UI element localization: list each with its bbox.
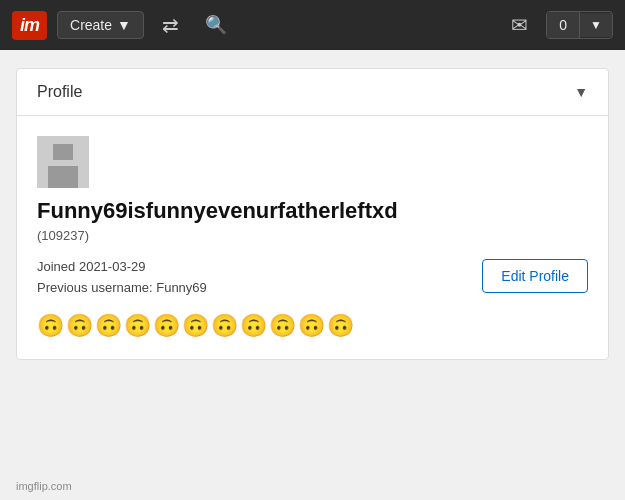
mail-icon: ✉ (511, 14, 528, 36)
username: Funny69isfunnyevenurfatherleftxd (37, 198, 588, 224)
footer: imgflip.com (16, 480, 72, 492)
shuffle-button[interactable]: ⇄ (154, 9, 187, 41)
profile-info-left: Joined 2021-03-29 Previous username: Fun… (37, 259, 207, 295)
avatar-head (53, 144, 73, 160)
logo: im (12, 11, 47, 40)
profile-card-header: Profile ▼ (17, 69, 608, 116)
navbar: im Create ▼ ⇄ 🔍 ✉ 0 ▼ (0, 0, 625, 50)
create-arrow-icon: ▼ (117, 17, 131, 33)
notification-group: 0 ▼ (546, 11, 613, 39)
user-id: (109237) (37, 228, 588, 243)
mail-button[interactable]: ✉ (503, 9, 536, 41)
search-button[interactable]: 🔍 (197, 10, 235, 40)
profile-card-chevron-icon[interactable]: ▼ (574, 84, 588, 100)
profile-info-row: Joined 2021-03-29 Previous username: Fun… (37, 259, 588, 295)
emojis-row: 🙃🙃🙃🙃🙃🙃🙃🙃🙃🙃🙃 (37, 313, 588, 339)
search-icon: 🔍 (205, 15, 227, 35)
joined-date: Joined 2021-03-29 (37, 259, 207, 274)
profile-card: Profile ▼ Funny69isfunnyevenurfatherleft… (16, 68, 609, 360)
create-button[interactable]: Create ▼ (57, 11, 144, 39)
profile-content: Funny69isfunnyevenurfatherleftxd (109237… (17, 116, 608, 359)
create-label: Create (70, 17, 112, 33)
notification-count: 0 (547, 12, 580, 38)
avatar (37, 136, 89, 188)
profile-card-title: Profile (37, 83, 82, 101)
avatar-body (48, 166, 78, 188)
edit-profile-button[interactable]: Edit Profile (482, 259, 588, 293)
shuffle-icon: ⇄ (162, 14, 179, 36)
previous-username: Previous username: Funny69 (37, 280, 207, 295)
notification-dropdown-button[interactable]: ▼ (580, 13, 612, 37)
